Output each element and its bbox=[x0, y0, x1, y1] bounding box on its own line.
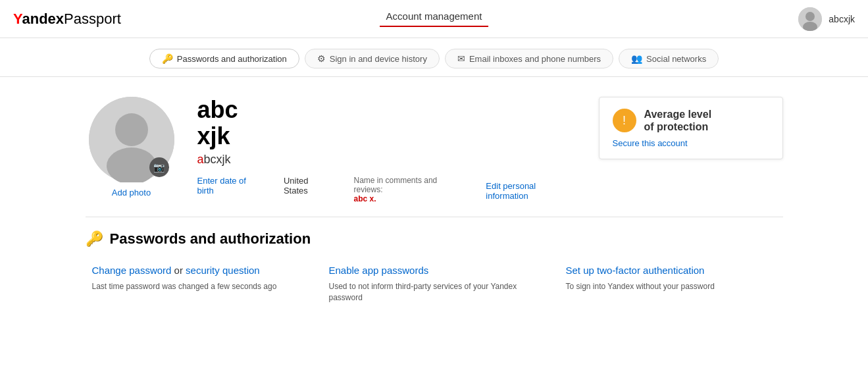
password-card-2-title: Enable app passwords bbox=[329, 263, 540, 277]
password-card-3: Set up two-factor authentication To sign… bbox=[559, 263, 783, 304]
profile-last-name: xjk bbox=[197, 123, 579, 149]
shield-exclamation: ! bbox=[623, 114, 626, 128]
tab-social[interactable]: 👥 Social networks bbox=[619, 49, 719, 68]
password-card-2: Enable app passwords Used to not inform … bbox=[322, 263, 546, 304]
protection-info: Average levelof protection bbox=[644, 108, 712, 133]
password-card-3-title: Set up two-factor authentication bbox=[566, 263, 777, 277]
name-comments-label: Name in comments and reviews: bbox=[354, 176, 467, 194]
logo: Yandex Passport bbox=[13, 11, 121, 28]
country-label: United States bbox=[284, 176, 334, 196]
protection-box: ! Average levelof protection Secure this… bbox=[599, 97, 783, 159]
nav-tabs: 🔑 Passwords and authorization ⚙ Sign in … bbox=[0, 38, 868, 77]
tab-email-label: Email inboxes and phone numbers bbox=[469, 54, 601, 64]
profile-info: abc xjk abcxjk Enter date of birth Unite… bbox=[197, 97, 579, 203]
camera-button[interactable]: 📷 bbox=[149, 157, 169, 177]
enter-dob-link[interactable]: Enter date of birth bbox=[197, 176, 264, 196]
protection-title: Average levelof protection bbox=[644, 108, 712, 133]
password-card-1-desc: Last time password was changed a few sec… bbox=[92, 281, 303, 292]
shield-icon: ! bbox=[613, 109, 636, 132]
tab-social-label: Social networks bbox=[646, 54, 706, 64]
protection-header: ! Average levelof protection bbox=[613, 108, 769, 133]
two-factor-link[interactable]: Set up two-factor authentication bbox=[566, 265, 705, 276]
login-prefix: a bbox=[197, 153, 204, 166]
camera-icon: 📷 bbox=[153, 162, 165, 172]
profile-section: 📷 Add photo abc xjk abcxjk Enter date of… bbox=[86, 97, 783, 203]
section-title: 🔑 Passwords and authorization bbox=[86, 230, 783, 248]
tab-passwords[interactable]: 🔑 Passwords and authorization bbox=[149, 49, 299, 68]
profile-login: abcxjk bbox=[197, 153, 579, 167]
profile-avatar: 📷 bbox=[89, 97, 174, 182]
header-center: Account management bbox=[380, 11, 489, 27]
change-password-link[interactable]: Change password bbox=[92, 265, 172, 276]
header-username: abcxjk bbox=[829, 14, 855, 24]
header-title: Account management bbox=[380, 11, 489, 27]
name-preview: abc x. bbox=[354, 194, 467, 203]
svg-point-4 bbox=[115, 113, 148, 146]
tab-history[interactable]: ⚙ Sign in and device history bbox=[305, 49, 440, 68]
security-question-link[interactable]: security question bbox=[186, 265, 260, 276]
password-cards: Change password or security question Las… bbox=[86, 263, 783, 304]
enable-app-passwords-link[interactable]: Enable app passwords bbox=[329, 265, 429, 276]
key-tab-icon: 🔑 bbox=[162, 53, 173, 64]
email-tab-icon: ✉ bbox=[457, 53, 465, 64]
history-tab-icon: ⚙ bbox=[317, 53, 326, 64]
header-avatar bbox=[798, 7, 822, 31]
secure-account-link[interactable]: Secure this account bbox=[613, 138, 769, 148]
default-avatar-icon bbox=[798, 7, 822, 31]
password-card-1: Change password or security question Las… bbox=[86, 263, 309, 304]
tab-email[interactable]: ✉ Email inboxes and phone numbers bbox=[445, 49, 613, 68]
or-text: or bbox=[174, 265, 186, 276]
edit-personal-info-link[interactable]: Edit personal information bbox=[486, 181, 578, 201]
passwords-section: 🔑 Passwords and authorization Change pas… bbox=[86, 230, 783, 304]
svg-point-1 bbox=[805, 12, 815, 21]
login-suffix: bcxjk bbox=[204, 153, 231, 166]
avatar-container: 📷 Add photo bbox=[86, 97, 178, 198]
add-photo-link[interactable]: Add photo bbox=[112, 188, 151, 198]
profile-side: ! Average levelof protection Secure this… bbox=[599, 97, 783, 159]
tab-history-label: Sign in and device history bbox=[330, 54, 427, 64]
name-preview-rest: bc x. bbox=[358, 194, 376, 203]
profile-first-name: abc bbox=[197, 97, 579, 123]
name-comments-container: Name in comments and reviews: abc x. bbox=[354, 176, 467, 203]
password-card-3-desc: To sign into Yandex without your passwor… bbox=[566, 281, 777, 292]
logo-yandex: Yandex bbox=[13, 11, 64, 28]
section-divider bbox=[86, 217, 783, 217]
social-tab-icon: 👥 bbox=[631, 53, 642, 64]
password-card-1-title: Change password or security question bbox=[92, 263, 303, 277]
header-user[interactable]: abcxjk bbox=[798, 7, 855, 31]
password-card-2-desc: Used to not inform third-party services … bbox=[329, 281, 540, 304]
main-content: 📷 Add photo abc xjk abcxjk Enter date of… bbox=[72, 77, 796, 323]
section-title-label: Passwords and authorization bbox=[110, 230, 311, 248]
tab-passwords-label: Passwords and authorization bbox=[177, 54, 287, 64]
logo-passport: Passport bbox=[64, 11, 121, 28]
section-key-icon: 🔑 bbox=[86, 230, 103, 248]
profile-meta: Enter date of birth United States Name i… bbox=[197, 176, 579, 203]
header: Yandex Passport Account management abcxj… bbox=[0, 0, 868, 38]
